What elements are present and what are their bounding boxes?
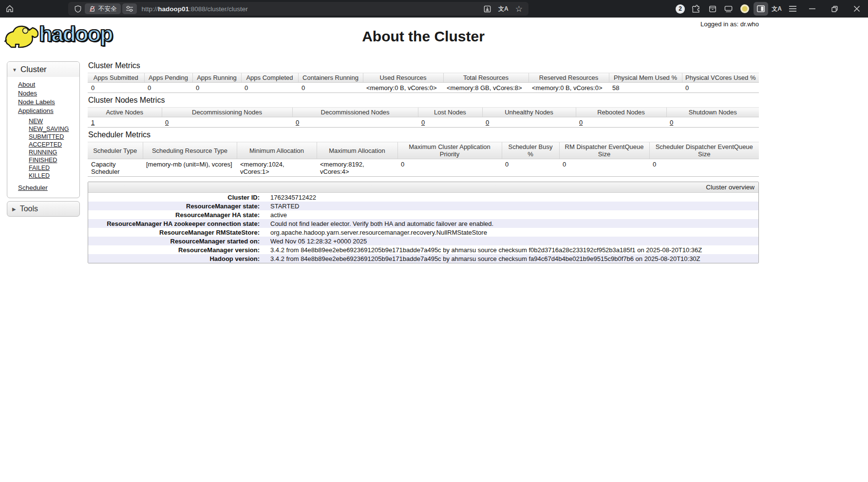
tools-accordion-header[interactable]: ▶ Tools	[7, 202, 79, 216]
browser-essentials-icon[interactable]	[720, 0, 736, 18]
sidebar-item-state-killed[interactable]: KILLED	[7, 172, 79, 180]
sidebar-toggle-icon[interactable]	[753, 0, 769, 18]
sidebar-item-about[interactable]: About	[7, 80, 79, 89]
sidebar-item-state-failed[interactable]: FAILED	[7, 164, 79, 172]
overview-row-value: active	[264, 210, 758, 219]
overview-row-label: ResourceManager state:	[88, 202, 264, 210]
metric-value-cell: 0	[649, 159, 759, 177]
column-header[interactable]: Active Nodes	[88, 108, 162, 117]
window-minimize-button[interactable]	[801, 0, 823, 18]
window-restore-button[interactable]	[823, 0, 846, 18]
column-header[interactable]: RM Dispatcher EventQueue Size	[559, 142, 649, 159]
sidebar-item-state-submitted[interactable]: SUBMITTED	[7, 133, 79, 141]
tools-nav-box: ▶ Tools	[7, 201, 80, 217]
metric-value-cell: <memory:8 GB, vCores:8>	[443, 83, 528, 93]
cluster-nodes-metrics-table: Active Nodes Decommissioning Nodes Decom…	[88, 107, 759, 128]
column-header[interactable]: Apps Pending	[144, 73, 192, 83]
column-header[interactable]: Maximum Cluster Application Priority	[397, 142, 502, 159]
column-header[interactable]: Physical VCores Used %	[682, 73, 759, 83]
cluster-header-label: Cluster	[20, 65, 47, 74]
metric-value-cell: Capacity Scheduler	[88, 159, 143, 177]
extensions-puzzle-icon[interactable]	[688, 0, 704, 18]
active-nodes-link[interactable]: 1	[91, 119, 94, 126]
metric-value-cell: <memory:0 B, vCores:0>	[363, 83, 443, 93]
decommissioned-nodes-link[interactable]: 0	[296, 119, 299, 126]
overview-row-label: ResourceManager started on:	[88, 237, 264, 245]
cluster-accordion-header[interactable]: ▼ Cluster	[7, 62, 79, 77]
column-header[interactable]: Scheduler Dispatcher EventQueue Size	[649, 142, 759, 159]
metric-value-cell: <memory:0 B, vCores:0>	[528, 83, 609, 93]
address-bar[interactable]: 不安全 http://hadoop01:8088/cluster/cluster…	[68, 2, 528, 16]
overview-row-value: Wed Nov 05 12:28:32 +0000 2025	[264, 237, 758, 245]
sidebar-item-applications[interactable]: Applications	[7, 106, 79, 115]
column-header[interactable]: Physical Mem Used %	[609, 73, 682, 83]
metric-value-cell: 0	[298, 83, 363, 93]
column-header[interactable]: Minimum Allocation	[237, 142, 317, 159]
home-icon[interactable]	[4, 4, 16, 13]
cluster-overview-table: Cluster ID: 1762345712422 ResourceManage…	[88, 193, 758, 263]
shutdown-nodes-link[interactable]: 0	[670, 119, 673, 126]
column-header[interactable]: Apps Submitted	[88, 73, 144, 83]
column-header[interactable]: Unhealthy Nodes	[482, 108, 576, 117]
sidebar-item-node-labels[interactable]: Node Labels	[7, 97, 79, 106]
lock-crossed-icon	[89, 5, 96, 13]
column-header[interactable]: Containers Running	[298, 73, 363, 83]
overview-row-label: Hadoop version:	[88, 254, 264, 263]
column-header[interactable]: Scheduler Busy %	[502, 142, 559, 159]
save-page-icon[interactable]	[483, 5, 491, 13]
unhealthy-nodes-link[interactable]: 0	[486, 119, 489, 126]
table-row: ResourceManager RMStateStore: org.apache…	[88, 228, 758, 237]
cluster-metrics-heading: Cluster Metrics	[88, 61, 759, 70]
column-header[interactable]: Total Resources	[443, 73, 528, 83]
site-permissions-icon[interactable]	[122, 3, 137, 14]
metric-value-cell: 58	[609, 83, 682, 93]
bookmark-star-icon[interactable]: ☆	[515, 5, 523, 13]
cluster-metrics-table: Apps Submitted Apps Pending Apps Running…	[88, 73, 759, 93]
page-title: About the Cluster	[88, 28, 759, 45]
column-header[interactable]: Apps Running	[192, 73, 241, 83]
overview-row-label: Cluster ID:	[88, 193, 264, 202]
url-text[interactable]: http://hadoop01:8088/cluster/cluster	[142, 5, 248, 13]
tracking-shield-icon[interactable]	[74, 5, 82, 13]
column-header[interactable]: Shutdown Nodes	[666, 108, 759, 117]
table-row: 0 0 0 0 0 <memory:0 B, vCores:0> <memory…	[88, 83, 759, 93]
overview-row-value: 3.4.2 from 84e8b89ee2ebe6923691205b9e171…	[264, 245, 758, 254]
column-header[interactable]: Decommissioned Nodes	[292, 108, 418, 117]
site-security-badge[interactable]: 不安全	[85, 3, 121, 14]
sidebar-item-scheduler[interactable]: Scheduler	[7, 183, 79, 192]
lost-nodes-link[interactable]: 0	[421, 119, 425, 126]
column-header[interactable]: Apps Completed	[241, 73, 298, 83]
metric-value-cell: <memory:1024, vCores:1>	[237, 159, 317, 177]
overview-row-value: Could not find leader elector. Verify bo…	[264, 219, 758, 228]
tab-counter-badge[interactable]: 2	[672, 0, 688, 18]
overview-row-value: STARTED	[264, 202, 758, 210]
column-header[interactable]: Used Resources	[363, 73, 443, 83]
sidebar-item-state-finished[interactable]: FINISHED	[7, 156, 79, 164]
translate-icon[interactable]: 文A	[498, 6, 509, 12]
profile-avatar[interactable]	[736, 0, 753, 18]
sidebar-item-state-new[interactable]: NEW	[7, 117, 79, 125]
sidebar-item-nodes[interactable]: Nodes	[7, 89, 79, 97]
cluster-overview-panel: Cluster overview Cluster ID: 17623457124…	[88, 182, 759, 263]
sidebar-item-state-running[interactable]: RUNNING	[7, 148, 79, 156]
column-header[interactable]: Reserved Resources	[528, 73, 609, 83]
settings-menu-icon[interactable]	[785, 0, 801, 18]
column-header[interactable]: Rebooted Nodes	[576, 108, 666, 117]
column-header[interactable]: Scheduler Type	[88, 142, 143, 159]
downloads-hub-icon[interactable]	[704, 0, 720, 18]
sidebar-item-state-new-saving[interactable]: NEW_SAVING	[7, 125, 79, 133]
sidebar-item-state-accepted[interactable]: ACCEPTED	[7, 141, 79, 148]
column-header[interactable]: Lost Nodes	[418, 108, 482, 117]
column-header[interactable]: Decommissioning Nodes	[162, 108, 292, 117]
decommissioning-nodes-link[interactable]: 0	[165, 119, 169, 126]
table-row: ResourceManager started on: Wed Nov 05 1…	[88, 237, 758, 245]
overview-row-label: ResourceManager HA state:	[88, 210, 264, 219]
toolbar-translate-icon[interactable]: 文A	[769, 0, 785, 18]
column-header[interactable]: Scheduling Resource Type	[143, 142, 237, 159]
metric-value-cell: <memory:8192, vCores:4>	[317, 159, 397, 177]
column-header[interactable]: Maximum Allocation	[317, 142, 397, 159]
table-row: 1 0 0 0 0 0 0	[88, 117, 759, 128]
rebooted-nodes-link[interactable]: 0	[579, 119, 583, 126]
scheduler-metrics-table: Scheduler Type Scheduling Resource Type …	[88, 142, 759, 177]
window-close-button[interactable]	[846, 0, 868, 18]
